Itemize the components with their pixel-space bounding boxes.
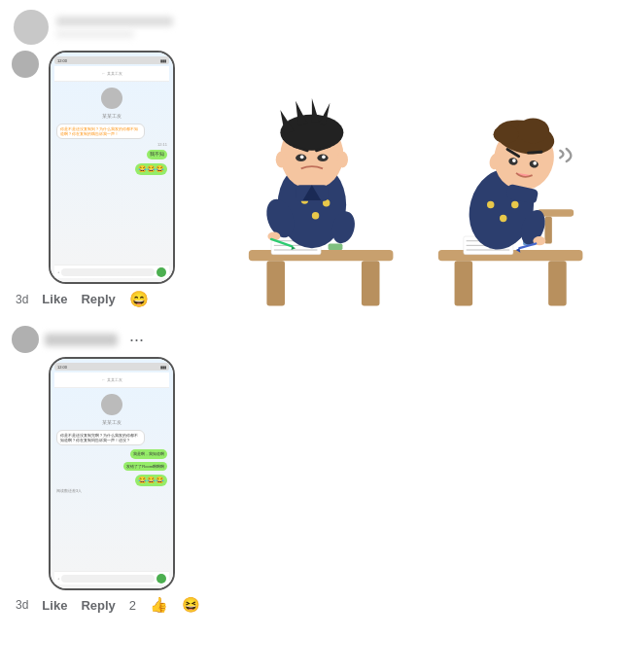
main-layout: 12:00 ▮▮▮ ← 某某工友 某某工友: [12, 51, 614, 621]
phone-top-bar-2: ← 某某工友: [54, 372, 169, 388]
comment1-avatar: [12, 51, 39, 78]
phone-inner-2: 12:00 ▮▮▮ ← 某某工友 某某工友: [51, 359, 173, 588]
comment2-right: 12:00 ▮▮▮ ← 某某工友 某某工友: [49, 357, 200, 590]
svg-point-36: [322, 156, 326, 159]
right-column: [208, 51, 614, 313]
three-dots-menu[interactable]: ···: [129, 330, 144, 350]
reply-button-1[interactable]: Reply: [81, 292, 115, 306]
svg-point-44: [487, 201, 494, 208]
illustration-svg: [217, 60, 606, 313]
chat-avatar-circle-2: [101, 394, 122, 415]
comment-content-2: 12:00 ▮▮▮ ← 某某工友 某某工友: [12, 357, 200, 590]
comment2-avatar: [12, 326, 39, 353]
like-emoji-2: 👍: [150, 596, 168, 614]
comment1-time: 3d: [16, 293, 28, 306]
svg-rect-42: [544, 217, 551, 244]
phone-status-bar-2: 12:00 ▮▮▮: [54, 363, 169, 371]
comment-block-1: 12:00 ▮▮▮ ← 某某工友 某某工友: [12, 51, 200, 308]
left-column: 12:00 ▮▮▮ ← 某某工友 某某工友: [12, 51, 200, 621]
chat-bubble-received-1: 你是不是还没复制到？为什么我发的你都不知道啊？你在复制的哦告诉我一声！: [56, 124, 145, 139]
input-bar-1[interactable]: [61, 268, 155, 276]
like-button-1[interactable]: Like: [42, 292, 67, 306]
chat-name-2: 某某工友: [54, 419, 169, 425]
svg-point-35: [300, 156, 304, 159]
comment2-header: ···: [12, 326, 200, 353]
reaction-count-2: 2: [129, 598, 136, 613]
svg-rect-4: [455, 261, 473, 305]
chat-avatar-circle-1: [101, 88, 122, 109]
reply-button-2[interactable]: Reply: [81, 598, 115, 613]
chat-messages-1: 你是不是还没复制到？为什么我发的你都不知道啊？你在复制的哦告诉我一声！ 12:1…: [54, 122, 169, 265]
svg-point-53: [517, 118, 549, 143]
chat-bubble-sent-2a: 我是啊，我知道啊: [130, 449, 167, 458]
username-blurred: [56, 17, 173, 26]
chat-avatar-area-1: [54, 88, 169, 109]
svg-point-45: [500, 215, 506, 222]
main-avatar: [14, 10, 49, 45]
chat-avatar-area-2: [54, 394, 169, 415]
phone-bottom-1: +: [54, 265, 169, 278]
phone-bottom-2: +: [54, 571, 169, 584]
phone-inner-1: 12:00 ▮▮▮ ← 某某工友 某某工友: [51, 53, 173, 282]
input-bar-2[interactable]: [61, 575, 155, 583]
like-button-2[interactable]: Like: [42, 598, 67, 613]
haha-emoji-2: 😆: [182, 596, 200, 614]
post-container: 12:00 ▮▮▮ ← 某某工友 某某工友: [0, 0, 626, 631]
chat-bubble-sent-2b: 发错了了Room啊啊啊: [123, 462, 167, 471]
subtext-blurred: [56, 30, 134, 38]
svg-point-60: [533, 161, 537, 165]
chat-bubble-emoji-1: 😂😂😂: [135, 163, 167, 175]
phone-screenshot-2: 12:00 ▮▮▮ ← 某某工友 某某工友: [49, 357, 175, 590]
comment2-username: [45, 334, 118, 346]
send-btn-2[interactable]: [156, 574, 166, 584]
chat-bubble-emoji-2: 😂😂😂: [135, 475, 167, 486]
top-blurred-row: [12, 10, 614, 45]
svg-point-59: [512, 159, 516, 162]
chat-name-1: 某某工友: [54, 113, 169, 119]
svg-rect-10: [329, 244, 343, 251]
svg-rect-1: [266, 261, 285, 305]
comment1-right: 12:00 ▮▮▮ ← 某某工友 某某工友: [49, 51, 200, 284]
phone-top-bar-1: ← 某某工友: [54, 66, 169, 82]
svg-rect-2: [362, 261, 380, 305]
svg-point-37: [276, 152, 287, 168]
action-bar-2: 3d Like Reply 2 👍 😆: [12, 596, 200, 614]
comment-content-1: 12:00 ▮▮▮ ← 某某工友 某某工友: [12, 51, 200, 284]
svg-marker-29: [312, 98, 319, 122]
svg-point-54: [494, 125, 519, 144]
svg-point-38: [337, 152, 348, 168]
unread-label: 阅读数还差3人: [56, 488, 82, 493]
svg-point-18: [312, 212, 319, 219]
comment2-time: 3d: [16, 598, 28, 612]
chat-bubble-sent-1: 我不知: [147, 150, 167, 159]
chat-messages-2: 你是不是还没复制完啊？为什么我发的你都不知道啊？你在复制吗告诉我一声！还没？ 我…: [54, 428, 169, 571]
send-btn-1[interactable]: [156, 267, 166, 277]
time-label-1: 12:11: [56, 142, 167, 147]
svg-point-46: [511, 201, 518, 208]
phone-status-bar-1: 12:00 ▮▮▮: [54, 56, 169, 64]
action-bar-1: 3d Like Reply 😄: [12, 290, 200, 308]
comment-block-2: ··· 12:00 ▮▮▮: [12, 326, 200, 614]
emoji-reaction-1: 😄: [129, 290, 149, 308]
svg-rect-5: [548, 261, 567, 305]
chat-bubble-received-2: 你是不是还没复制完啊？为什么我发的你都不知道啊？你在复制吗告诉我一声！还没？: [56, 430, 145, 445]
phone-screenshot-1: 12:00 ▮▮▮ ← 某某工友 某某工友: [49, 51, 175, 284]
